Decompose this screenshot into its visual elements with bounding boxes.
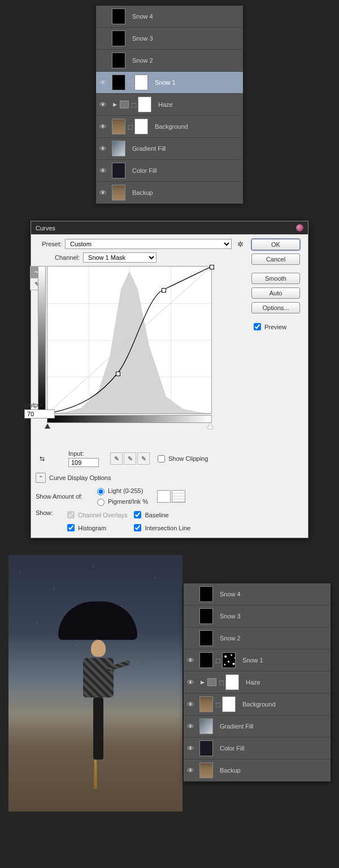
visibility-icon[interactable]: 👁	[96, 167, 110, 175]
layer-thumb[interactable]	[199, 630, 213, 646]
target-adjust-icon[interactable]: ⇆	[36, 453, 48, 464]
chk-baseline[interactable]: Baseline	[132, 509, 190, 520]
visibility-icon[interactable]: 👁	[96, 145, 110, 153]
visibility-icon[interactable]: ○	[184, 590, 197, 599]
grid-fine-icon[interactable]	[172, 490, 185, 503]
visibility-icon[interactable]: 👁	[96, 78, 110, 87]
layer-thumb[interactable]	[134, 75, 148, 90]
visibility-icon[interactable]: ○	[184, 612, 197, 621]
cancel-button[interactable]: Cancel	[251, 254, 300, 265]
options-button[interactable]: Options...	[251, 302, 300, 313]
layer-row[interactable]: 👁Backup	[184, 760, 331, 782]
layer-row[interactable]: 👁⬚Snow 1	[96, 72, 243, 94]
eyedropper-white-icon[interactable]: ✎	[137, 452, 150, 465]
layer-row[interactable]: ○Snow 3	[96, 28, 243, 50]
eyedropper-black-icon[interactable]: ✎	[110, 452, 123, 465]
eyedropper-gray-icon[interactable]: ✎	[124, 452, 136, 465]
curve-point[interactable]	[162, 288, 166, 293]
visibility-icon[interactable]: 👁	[184, 722, 197, 731]
layer-thumb[interactable]	[199, 718, 213, 734]
visibility-icon[interactable]: 👁	[184, 766, 197, 775]
auto-button[interactable]: Auto	[251, 287, 300, 299]
layer-row[interactable]: 👁▶⬚Haze	[96, 94, 243, 116]
show-clipping-checkbox[interactable]: Show Clipping	[155, 453, 208, 464]
layer-thumb[interactable]	[222, 652, 236, 668]
layer-thumb[interactable]	[199, 696, 213, 712]
preset-label: Preset:	[36, 241, 62, 247]
layer-thumb[interactable]	[199, 608, 213, 624]
layer-row[interactable]: ○Snow 4	[96, 6, 243, 28]
layer-name: Haze	[241, 679, 260, 686]
layer-thumb[interactable]	[112, 119, 125, 134]
radio-light[interactable]: Light (0-255)	[94, 486, 148, 495]
curves-graph[interactable]	[47, 266, 212, 414]
layer-thumb[interactable]	[112, 185, 125, 200]
curve-point[interactable]	[116, 372, 120, 376]
layer-name: Snow 2	[128, 57, 153, 64]
visibility-icon[interactable]: ○	[184, 634, 197, 643]
visibility-icon[interactable]: 👁	[184, 700, 197, 709]
visibility-icon[interactable]: 👁	[96, 123, 110, 131]
preview-checkbox[interactable]: Preview	[251, 321, 303, 332]
chevron-right-icon[interactable]: ▶	[112, 102, 118, 107]
layer-thumb[interactable]	[199, 652, 213, 668]
visibility-icon[interactable]: ○	[96, 56, 110, 65]
layer-thumb[interactable]	[112, 141, 125, 156]
layer-row[interactable]: 👁Backup	[96, 182, 243, 204]
channel-select[interactable]: Snow 1 Mask	[83, 252, 157, 263]
layer-row[interactable]: 👁▶⬚Haze	[184, 671, 331, 693]
ok-button[interactable]: OK	[251, 239, 300, 250]
layer-thumb[interactable]	[199, 762, 213, 778]
layer-row[interactable]: 👁Gradient Fill	[96, 138, 243, 160]
layer-row[interactable]: 👁⬚Snow 1	[184, 649, 331, 671]
dialog-titlebar[interactable]: Curves	[31, 221, 308, 234]
gear-icon[interactable]: ✲	[235, 240, 246, 248]
grid-coarse-icon[interactable]	[157, 490, 171, 503]
preset-select[interactable]: Custom	[65, 239, 232, 249]
layer-row[interactable]: ○Snow 2	[96, 50, 243, 72]
chevron-right-icon[interactable]: ▶	[199, 679, 206, 685]
curve-point[interactable]	[210, 265, 214, 269]
visibility-icon[interactable]: 👁	[184, 744, 197, 753]
visibility-icon[interactable]: ○	[96, 34, 110, 43]
layer-thumb[interactable]	[134, 119, 148, 134]
layer-row[interactable]: ○Snow 4	[184, 583, 331, 605]
layer-row[interactable]: ○Snow 2	[184, 627, 331, 649]
layer-row[interactable]: 👁⬚Background	[96, 116, 243, 138]
link-icon: ⬚	[127, 122, 133, 131]
layer-thumb[interactable]	[112, 53, 125, 68]
layer-thumb[interactable]	[112, 163, 125, 178]
chk-histogram[interactable]: Histogram	[65, 522, 127, 533]
white-point-slider[interactable]	[207, 424, 213, 429]
layer-thumb[interactable]	[138, 97, 151, 112]
layer-row[interactable]: 👁⬚Background	[184, 693, 331, 716]
layer-row[interactable]: 👁Color Fill	[184, 738, 331, 760]
layer-row[interactable]: ○Snow 3	[184, 605, 331, 627]
layer-thumb[interactable]	[222, 696, 236, 712]
layer-thumb[interactable]	[112, 8, 125, 24]
radio-pigment[interactable]: Pigment/Ink %	[94, 497, 148, 506]
collapse-icon[interactable]: ⌃	[36, 473, 46, 483]
visibility-icon[interactable]: 👁	[184, 656, 197, 665]
layer-name: Background	[238, 701, 276, 708]
black-point-slider[interactable]	[45, 424, 50, 429]
layer-thumb[interactable]	[112, 75, 125, 90]
visibility-icon[interactable]: 👁	[96, 101, 110, 109]
visibility-icon[interactable]: 👁	[184, 678, 197, 687]
result-preview	[8, 555, 182, 812]
layer-thumb[interactable]	[225, 674, 239, 690]
visibility-icon[interactable]: ○	[96, 12, 110, 21]
smooth-button[interactable]: Smooth	[251, 273, 300, 284]
layer-thumb[interactable]	[112, 30, 125, 46]
chk-intersection[interactable]: Intersection Line	[132, 522, 190, 533]
layer-row[interactable]: 👁Gradient Fill	[184, 716, 331, 738]
visibility-icon[interactable]: 👁	[96, 189, 110, 197]
output-input[interactable]	[24, 409, 55, 418]
layer-row[interactable]: 👁Color Fill	[96, 160, 243, 182]
input-input[interactable]	[68, 458, 99, 467]
layer-name: Gradient Fill	[128, 145, 166, 152]
layer-thumb[interactable]	[199, 586, 213, 602]
chk-channel-overlays[interactable]: Channel Overlays	[65, 509, 127, 520]
close-icon[interactable]	[296, 224, 303, 232]
layer-thumb[interactable]	[199, 740, 213, 756]
